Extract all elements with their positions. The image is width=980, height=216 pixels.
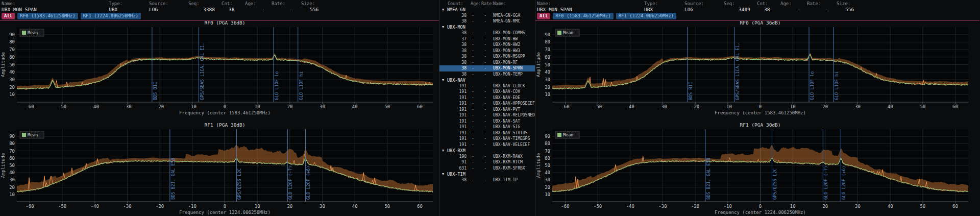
tree-item-count: 91	[439, 160, 467, 164]
svg-text:20: 20	[287, 204, 292, 209]
tree-item-ubx-nav-velecef[interactable]: 191--UBX-NAV-VELECEF	[439, 142, 535, 148]
tree-item-ubx-nav-sig[interactable]: 191--UBX-NAV-SIG	[439, 124, 535, 130]
tree-item-ubx-mon-temp[interactable]: 38--UBX-MON-TEMP	[439, 71, 535, 78]
tree-item-nmea-gn-gga[interactable]: 38--NMEA-GN-GGA	[439, 13, 535, 19]
legend-swatch	[557, 31, 561, 35]
tree-item-ubx-nav-status[interactable]: 191--UBX-NAV-STATUS	[439, 130, 535, 136]
chart-title: RF1 (PGA 30dB)	[740, 122, 780, 128]
tree-item-ubx-rxm-rtcm[interactable]: 91--UBX-RXM-RTCM	[439, 159, 535, 165]
chip-rf0[interactable]: RF0 (1583.461250MHz)	[17, 13, 78, 19]
svg-text:50: 50	[920, 204, 925, 209]
header-label-source: Source:	[149, 1, 168, 6]
tree-item-nmea-gn-rmc[interactable]: 38--NMEA-GN-RMC	[439, 18, 535, 25]
tree-item-name: UBX-NAV-RELPOSNED	[492, 113, 535, 117]
tree-item-dash: -	[467, 37, 479, 41]
svg-text:40: 40	[352, 104, 358, 109]
tree-item-dash: -	[467, 72, 479, 77]
tree-item-ubx-mon-rf[interactable]: 38--UBX-MON-RF	[439, 60, 535, 66]
svg-text:-60: -60	[561, 104, 569, 109]
header-label-rate: Rate:	[807, 1, 821, 6]
header-label-cnt: Cnt:	[757, 1, 768, 6]
x-axis-label: Frequency (center 1583.461250MHz)	[715, 110, 806, 115]
chart-rf1-right[interactable]: BDS B2I, GAL E5BGPS/QZSS L2CGLO L2OF (-7…	[535, 120, 974, 216]
legend-mean[interactable]: Mean	[555, 131, 579, 138]
svg-text:GLO L2OF (+6): GLO L2OF (+6)	[841, 165, 846, 200]
tree-group-label: NMEA-GN	[447, 7, 465, 12]
chart-rf1-left[interactable]: BDS B2I, GAL E5BGPS/QZSS L2CGLO L2OF (-7…	[0, 120, 439, 216]
tree-item-ubx-mon-hw[interactable]: 37--UBX-MON-HW	[439, 36, 535, 42]
tree-group-ubx-nav[interactable]: ▼UBX-NAV	[439, 77, 535, 83]
tree-item-name: UBX-NAV-VELECEF	[492, 142, 530, 147]
svg-text:50: 50	[384, 104, 390, 109]
tree-item-ubx-nav-eoe[interactable]: 191--UBX-NAV-EOE	[439, 95, 535, 101]
svg-text:40: 40	[9, 170, 15, 175]
tree-item-dash: -	[467, 42, 479, 47]
svg-text:BDS B2I, GAL E5B: BDS B2I, GAL E5B	[706, 158, 711, 200]
tree-item-ubx-nav-pvt[interactable]: 191--UBX-NAV-PVT	[439, 107, 535, 113]
tree-item-name: NMEA-GN-GGA	[492, 13, 520, 18]
tree-item-ubx-rxm-sfrbx[interactable]: 631--UBX-RXM-SFRBX	[439, 165, 535, 172]
svg-text:10: 10	[790, 204, 796, 209]
chart-rf0-right[interactable]: BDS B1IGPS/SBAS L1CA, GAL E1,GLO L1OF lo…	[535, 19, 974, 116]
tree-item-ubx-mon-span[interactable]: 38--UBX-MON-SPAN	[439, 65, 535, 71]
legend-mean[interactable]: Mean	[20, 29, 44, 36]
tree-item-dash: -	[479, 119, 492, 124]
svg-text:40: 40	[352, 204, 358, 209]
tree-item-ubx-nav-relposned[interactable]: 191--UBX-NAV-RELPOSNED	[439, 112, 535, 118]
tree-item-ubx-tim-tp[interactable]: 38--UBX-TIM-TP	[439, 177, 535, 183]
header-label-age: Age:	[245, 1, 256, 6]
chip-rf1[interactable]: RF1 (1224.006250MHz)	[616, 13, 676, 19]
chart-rf0-left[interactable]: BDS B1IGPS/SBAS L1CA, GAL E1,GLO L1OF lo…	[0, 19, 439, 116]
chip-rf0[interactable]: RF0 (1583.461250MHz)	[553, 13, 613, 19]
svg-text:10: 10	[9, 92, 15, 97]
tree-group-ubx-rxm[interactable]: ▼UBX-RXM	[439, 148, 535, 154]
svg-text:20: 20	[822, 104, 828, 109]
chip-all[interactable]: All	[2, 13, 15, 19]
tree-item-ubx-mon-comms[interactable]: 38--UBX-MON-COMMS	[439, 30, 535, 36]
collapse-triangle-icon[interactable]: ▼	[442, 25, 447, 29]
tree-item-dash: -	[479, 84, 492, 88]
tree-item-ubx-nav-sat[interactable]: 191--UBX-NAV-SAT	[439, 118, 535, 125]
svg-text:20: 20	[822, 204, 828, 209]
tree-item-name: UBX-NAV-COV	[492, 89, 520, 94]
tree-group-ubx-mon[interactable]: ▼UBX-MON	[439, 25, 535, 31]
chip-rf1[interactable]: RF1 (1224.006250MHz)	[81, 13, 141, 19]
tree-item-ubx-nav-hpposecef[interactable]: 191--UBX-NAV-HPPOSECEF	[439, 101, 535, 107]
header-value-name: UBX-MON-SPAN	[537, 7, 572, 12]
tree-item-ubx-mon-hw3[interactable]: 38--UBX-MON-HW3	[439, 48, 535, 54]
svg-text:GLO L1OF lo: GLO L1OF lo	[274, 71, 279, 100]
tree-item-ubx-mon-msgpp[interactable]: 38--UBX-MON-MSGPP	[439, 54, 535, 60]
svg-text:-30: -30	[123, 204, 131, 209]
svg-text:0: 0	[759, 104, 762, 109]
tree-item-dash: -	[467, 66, 479, 70]
tree-group-nmea-gn[interactable]: ▼NMEA-GN	[439, 7, 535, 13]
svg-text:-30: -30	[658, 204, 667, 209]
tree-item-dash: -	[467, 125, 479, 129]
tree-item-count: 38	[439, 13, 467, 18]
header-label-seq: Seq:	[724, 1, 735, 6]
tree-item-ubx-nav-clock[interactable]: 191--UBX-NAV-CLOCK	[439, 83, 535, 89]
tree-item-ubx-mon-hw2[interactable]: 38--UBX-MON-HW2	[439, 42, 535, 48]
header-value-age: -	[797, 7, 800, 12]
svg-text:-60: -60	[26, 204, 34, 209]
collapse-triangle-icon[interactable]: ▼	[442, 78, 447, 82]
tree-item-ubx-rxm-rawx[interactable]: 190--UBX-RXM-RAWX	[439, 154, 535, 160]
header-label-name: Name:	[537, 1, 551, 6]
tree-item-ubx-nav-timegps[interactable]: 191--UBX-NAV-TIMEGPS	[439, 136, 535, 142]
tree-group-label: UBX-TIM	[447, 172, 465, 177]
svg-text:50: 50	[9, 163, 15, 168]
chip-all[interactable]: All	[537, 13, 550, 19]
legend-mean[interactable]: Mean	[20, 131, 44, 138]
tree-item-ubx-nav-cov[interactable]: 191--UBX-NAV-COV	[439, 89, 535, 95]
svg-text:-20: -20	[691, 204, 699, 209]
collapse-triangle-icon[interactable]: ▼	[442, 149, 447, 153]
tree-item-dash: -	[479, 160, 492, 164]
legend-mean[interactable]: Mean	[555, 29, 579, 36]
y-axis-label: Amplitude	[536, 52, 541, 77]
collapse-triangle-icon[interactable]: ▼	[442, 8, 447, 12]
tree-group-ubx-tim[interactable]: ▼UBX-TIM	[439, 171, 535, 177]
tree-item-dash: -	[479, 49, 492, 53]
collapse-triangle-icon[interactable]: ▼	[442, 172, 447, 176]
svg-text:70: 70	[9, 47, 15, 52]
tree-item-count: 191	[439, 125, 467, 129]
